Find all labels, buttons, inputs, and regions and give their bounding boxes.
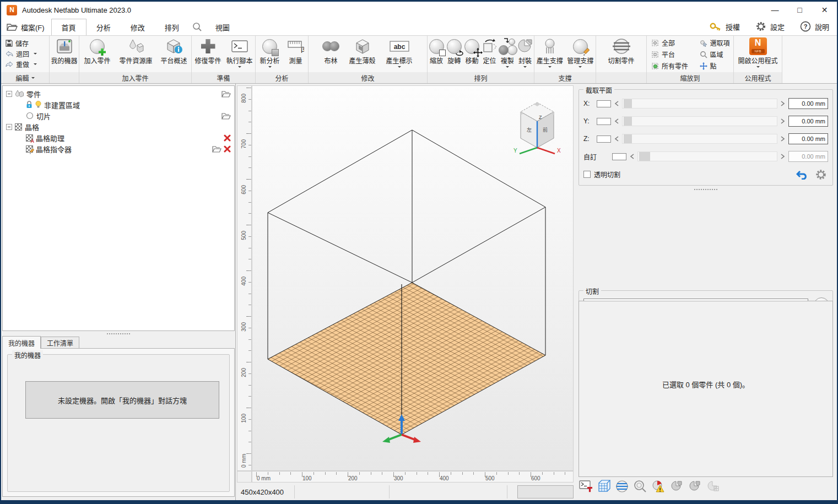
tree-item-no-build-zone[interactable]: 非建置區域 bbox=[3, 99, 234, 110]
clip-x-checkbox[interactable] bbox=[597, 100, 611, 107]
redo-button[interactable]: 重做 bbox=[1, 59, 49, 69]
part-tool-1-button[interactable] bbox=[669, 479, 684, 494]
left-splitter[interactable] bbox=[2, 332, 235, 335]
add-part-button[interactable]: 加入零件 bbox=[80, 36, 115, 72]
generate-support-button[interactable]: 產生支撐 bbox=[534, 36, 565, 72]
new-analysis-button[interactable]: 新分析 bbox=[256, 36, 284, 72]
clip-y-checkbox[interactable] bbox=[597, 118, 611, 125]
clip-custom-slider[interactable] bbox=[637, 151, 777, 161]
cut-part-button[interactable]: 切割零件 bbox=[603, 36, 640, 72]
tab-view[interactable]: 視圖 bbox=[206, 19, 240, 35]
zoom-selection-button[interactable]: 選取項 bbox=[700, 37, 734, 48]
ribbon-group-add-parts: 加入零件 零件資源庫 平台概述 加入零件 bbox=[79, 36, 192, 83]
lattice-view-button[interactable] bbox=[597, 479, 611, 494]
repair-part-button[interactable]: 修復零件 bbox=[192, 36, 224, 72]
scene-3d-canvas[interactable]: Z 左 前 Y X bbox=[252, 85, 574, 471]
part-tool-2-button[interactable] bbox=[688, 479, 702, 494]
measure-button[interactable]: β 測量 bbox=[284, 36, 308, 72]
tree-item-slices[interactable]: 切片 bbox=[3, 110, 234, 121]
tree-item-lattice-assistant[interactable]: A 晶格助理 bbox=[3, 132, 234, 143]
rotate-button[interactable]: 旋轉 bbox=[445, 36, 463, 72]
group-label-edit[interactable]: 編輯 bbox=[1, 72, 49, 83]
duplicate-button[interactable]: 複製 bbox=[499, 36, 516, 72]
tab-modify[interactable]: 修改 bbox=[121, 19, 155, 35]
platform-overview-button[interactable]: 平台概述 bbox=[157, 36, 191, 72]
collapse-icon[interactable] bbox=[6, 124, 12, 130]
part-tool-3-button[interactable] bbox=[706, 479, 720, 494]
open-folder-icon[interactable] bbox=[221, 112, 231, 120]
analysis-warning-button[interactable] bbox=[651, 479, 666, 494]
transparent-cut-checkbox[interactable] bbox=[583, 171, 591, 178]
new-script-button[interactable] bbox=[579, 479, 593, 494]
zoom-all-parts-button[interactable]: 所有零件 bbox=[651, 61, 692, 71]
right-splitter[interactable] bbox=[579, 187, 833, 191]
minimize-button[interactable]: — bbox=[763, 2, 787, 18]
clip-y-slider[interactable] bbox=[622, 116, 777, 126]
clip-z-value[interactable]: 0.00 mm bbox=[788, 133, 828, 144]
slider-left-arrow[interactable] bbox=[614, 136, 619, 142]
slices-view-button[interactable] bbox=[615, 479, 629, 494]
slider-right-arrow[interactable] bbox=[781, 136, 785, 142]
zoom-point-button[interactable]: 點 bbox=[700, 61, 734, 71]
close-button[interactable]: ✕ bbox=[812, 2, 837, 18]
tab-arrange[interactable]: 排列 bbox=[155, 19, 189, 35]
open-utility-button[interactable]: N NFB 開啟公用程式 bbox=[735, 36, 781, 72]
clip-z-slider[interactable] bbox=[622, 134, 777, 144]
slider-thumb[interactable] bbox=[639, 152, 650, 161]
inspect-zoom-button[interactable] bbox=[633, 479, 647, 494]
tree-item-lattice-commander[interactable]: 晶格指令器 bbox=[3, 143, 234, 154]
tree-item-lattice[interactable]: 晶格 bbox=[3, 121, 234, 132]
open-folder-icon[interactable] bbox=[212, 145, 221, 153]
clip-custom-checkbox[interactable] bbox=[612, 153, 626, 160]
file-menu-button[interactable]: 檔案(F) bbox=[1, 20, 51, 34]
tab-home[interactable]: 首頁 bbox=[51, 19, 86, 35]
slider-thumb[interactable] bbox=[624, 134, 632, 143]
tab-analysis[interactable]: 分析 bbox=[86, 19, 121, 35]
open-folder-icon[interactable] bbox=[221, 90, 231, 97]
delete-icon[interactable] bbox=[224, 145, 231, 153]
slider-thumb[interactable] bbox=[624, 99, 632, 108]
search-icon[interactable] bbox=[189, 19, 206, 35]
help-button[interactable]: ? 說明 bbox=[792, 18, 837, 35]
pack-button[interactable]: 封裝 bbox=[516, 36, 534, 72]
my-machines-button[interactable]: 我的機器 bbox=[50, 36, 79, 72]
clip-x-slider[interactable] bbox=[622, 99, 777, 109]
save-button[interactable]: 儲存 bbox=[1, 38, 49, 48]
license-button[interactable]: 授權 bbox=[702, 18, 748, 35]
view-cube[interactable]: Z 左 前 Y X bbox=[513, 102, 561, 154]
tab-my-machines[interactable]: 我的機器 bbox=[2, 336, 41, 349]
slider-left-arrow[interactable] bbox=[614, 101, 619, 106]
boolean-button[interactable]: 布林 bbox=[318, 36, 344, 72]
tab-job-list[interactable]: 工作清單 bbox=[41, 337, 79, 349]
slider-right-arrow[interactable] bbox=[781, 154, 785, 159]
machine-not-set-banner[interactable]: 未設定機器。開啟「我的機器」對話方塊 bbox=[25, 381, 219, 419]
clip-y-value[interactable]: 0.00 mm bbox=[788, 116, 828, 127]
bulb-icon[interactable] bbox=[35, 101, 41, 109]
slider-left-arrow[interactable] bbox=[630, 154, 634, 159]
gear-icon[interactable] bbox=[815, 169, 827, 181]
create-label-button[interactable]: abc 產生標示 bbox=[381, 36, 418, 72]
zoom-all-button[interactable]: 全部 bbox=[651, 37, 692, 48]
part-library-button[interactable]: 零件資源庫 bbox=[115, 36, 157, 72]
slider-left-arrow[interactable] bbox=[614, 118, 619, 124]
scale-button[interactable]: 縮放 bbox=[428, 36, 445, 72]
clip-x-value[interactable]: 0.00 mm bbox=[788, 98, 828, 109]
zoom-platform-button[interactable]: 平台 bbox=[651, 49, 692, 59]
collapse-icon[interactable] bbox=[6, 91, 12, 97]
delete-icon[interactable] bbox=[224, 134, 231, 142]
reset-icon[interactable] bbox=[796, 170, 808, 180]
clip-z-checkbox[interactable] bbox=[597, 136, 611, 143]
zoom-region-button[interactable]: 區域 bbox=[700, 49, 734, 59]
create-shell-button[interactable]: 產生薄殼 bbox=[344, 36, 381, 72]
settings-button[interactable]: 設定 bbox=[748, 18, 792, 35]
manage-support-button[interactable]: 管理支撐 bbox=[565, 36, 596, 72]
maximize-button[interactable]: □ bbox=[787, 2, 812, 18]
slider-right-arrow[interactable] bbox=[781, 118, 785, 124]
run-script-button[interactable]: 執行腳本 bbox=[224, 36, 255, 72]
slider-right-arrow[interactable] bbox=[781, 101, 785, 106]
slider-thumb[interactable] bbox=[624, 117, 632, 126]
move-button[interactable]: 移動 bbox=[463, 36, 480, 72]
undo-button[interactable]: 退回 bbox=[1, 48, 49, 59]
orient-button[interactable]: 定位 bbox=[481, 36, 499, 72]
tree-item-parts[interactable]: 零件 bbox=[3, 88, 234, 99]
